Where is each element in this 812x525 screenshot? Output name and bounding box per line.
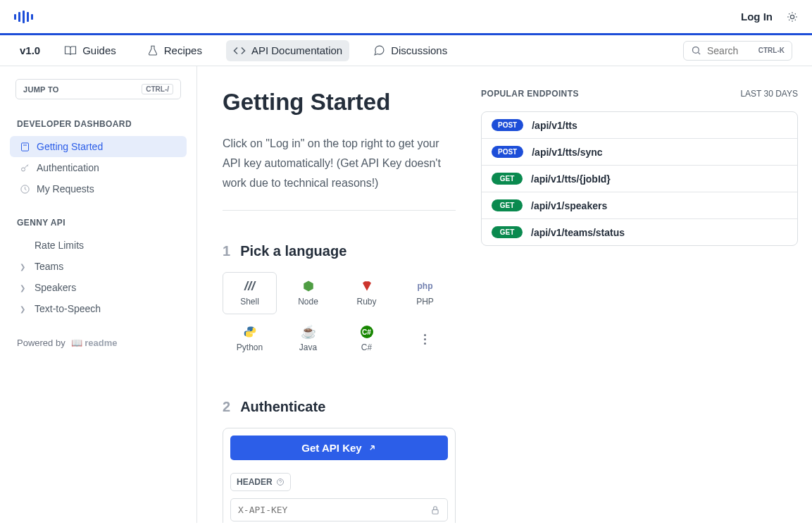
lang-java[interactable]: ☕ Java <box>281 319 335 359</box>
lang-node[interactable]: Node <box>281 273 335 314</box>
lang-php[interactable]: php PHP <box>398 273 452 314</box>
readme-logo: 📖 readme <box>71 338 118 348</box>
language-grid: /// Shell Node Ruby php PHP <box>223 272 456 359</box>
header-badge-label: HEADER <box>237 477 273 487</box>
header-right: Log In <box>741 11 798 23</box>
auth-box: Get API Key HEADER <box>223 428 456 523</box>
sidebar-item-authentication[interactable]: Authentication <box>10 157 187 178</box>
method-badge: GET <box>492 173 523 185</box>
lang-python[interactable]: Python <box>223 319 277 359</box>
chevron-right-icon: ❯ <box>20 263 27 271</box>
endpoint-item[interactable]: POST /api/v1/tts/sync <box>482 139 797 166</box>
header-badge: HEADER <box>230 473 291 491</box>
endpoint-path: /api/v1/teams/status <box>531 227 625 238</box>
chevron-right-icon: ❯ <box>20 305 27 313</box>
lang-label: C# <box>361 342 372 352</box>
code-icon <box>233 44 246 57</box>
version-label[interactable]: v1.0 <box>20 44 40 56</box>
nav-api-documentation[interactable]: API Documentation <box>226 40 349 61</box>
method-badge: GET <box>492 199 523 211</box>
logo[interactable] <box>14 11 33 23</box>
jump-to-button[interactable]: JUMP TO CTRL-/ <box>15 79 181 99</box>
php-icon: php <box>418 280 433 292</box>
endpoint-item[interactable]: GET /api/v1/teams/status <box>482 219 797 245</box>
step-number: 1 <box>223 243 230 259</box>
step-title: Authenticate <box>240 399 325 415</box>
lang-ruby[interactable]: Ruby <box>339 273 394 314</box>
lang-label: PHP <box>416 297 434 307</box>
python-icon <box>244 326 256 338</box>
nav-bar: v1.0 Guides Recipes API D <box>0 35 812 66</box>
nav-item-label: Recipes <box>164 44 202 56</box>
lang-label: Java <box>299 342 317 352</box>
svg-point-3 <box>22 167 25 171</box>
java-icon: ☕ <box>301 326 316 338</box>
sidebar-item-rate-limits[interactable]: Rate Limits <box>10 235 187 256</box>
page-description: Click on "Log in" on the top right to ge… <box>223 134 456 211</box>
endpoint-item[interactable]: GET /api/v1/speakers <box>482 192 797 219</box>
svg-point-1 <box>693 47 699 54</box>
sidebar-item-my-requests[interactable]: My Requests <box>10 178 187 199</box>
search-shortcut: CTRL-K <box>758 47 785 54</box>
sidebar-item-speakers[interactable]: ❯ Speakers <box>10 277 187 298</box>
page-title: Getting Started <box>223 89 456 116</box>
method-badge: POST <box>492 146 523 158</box>
sidebar-item-text-to-speech[interactable]: ❯ Text-to-Speech <box>10 298 187 319</box>
chat-icon <box>373 44 385 56</box>
sidebar-section-dashboard: DEVELOPER DASHBOARD Getting Started Auth… <box>7 119 189 199</box>
step-number: 2 <box>223 399 230 415</box>
nav-left: v1.0 Guides Recipes API D <box>20 40 454 61</box>
login-button[interactable]: Log In <box>741 11 773 23</box>
nav-item-label: API Documentation <box>251 44 342 56</box>
api-key-input-wrapper <box>230 498 448 521</box>
endpoint-item[interactable]: GET /api/v1/tts/{jobId} <box>482 166 797 192</box>
svg-rect-6 <box>432 509 438 514</box>
method-badge: GET <box>492 226 523 238</box>
clock-icon <box>20 184 30 194</box>
lang-csharp[interactable]: C# C# <box>339 319 394 359</box>
api-key-input[interactable] <box>238 505 430 515</box>
main-content: Getting Started Click on "Log in" on the… <box>197 66 481 523</box>
app-header: Log In <box>0 0 812 35</box>
endpoint-path: /api/v1/tts/{jobId} <box>531 173 611 185</box>
nav-recipes[interactable]: Recipes <box>140 40 209 61</box>
endpoint-list: POST /api/v1/tts POST /api/v1/tts/sync G… <box>481 111 798 246</box>
endpoint-item[interactable]: POST /api/v1/tts <box>482 112 797 139</box>
step-title: Pick a language <box>240 243 346 259</box>
button-label: Get API Key <box>301 442 361 454</box>
powered-by[interactable]: Powered by 📖 readme <box>17 338 180 348</box>
page-icon <box>20 142 30 152</box>
aside-subtitle: LAST 30 DAYS <box>740 89 798 99</box>
nav-discussions[interactable]: Discussions <box>366 40 454 61</box>
search-icon <box>691 45 701 56</box>
flask-icon <box>147 45 158 56</box>
nav-item-label: Discussions <box>391 44 447 56</box>
more-languages-button[interactable] <box>418 334 432 345</box>
search-box[interactable]: CTRL-K <box>683 41 792 61</box>
sidebar-item-label: Teams <box>35 261 63 272</box>
method-badge: POST <box>492 119 523 131</box>
lang-shell[interactable]: /// Shell <box>223 272 277 314</box>
jump-shortcut: CTRL-/ <box>142 84 173 94</box>
sidebar-section-title: GENNY API <box>17 218 180 228</box>
sidebar-section-genny-api: GENNY API Rate Limits ❯ Teams ❯ Speakers… <box>7 218 189 319</box>
get-api-key-button[interactable]: Get API Key <box>230 436 448 460</box>
nav-guides[interactable]: Guides <box>57 40 123 61</box>
sidebar-item-teams[interactable]: ❯ Teams <box>10 256 187 277</box>
external-link-icon <box>368 443 377 452</box>
key-icon <box>20 163 30 173</box>
node-icon <box>302 280 315 292</box>
search-input[interactable] <box>707 45 753 56</box>
endpoint-path: /api/v1/tts/sync <box>532 147 602 158</box>
sidebar-item-label: Getting Started <box>37 141 103 152</box>
sidebar-item-label: Authentication <box>37 162 99 173</box>
theme-toggle-icon[interactable] <box>787 11 798 23</box>
step-2-header: 2 Authenticate <box>223 399 456 415</box>
info-icon <box>276 478 285 486</box>
sidebar-item-getting-started[interactable]: Getting Started <box>10 136 187 157</box>
aside-header: POPULAR ENDPOINTS LAST 30 DAYS <box>481 89 798 99</box>
chevron-right-icon: ❯ <box>20 284 27 292</box>
endpoint-path: /api/v1/tts <box>532 120 577 131</box>
step-1-header: 1 Pick a language <box>223 243 456 259</box>
lang-label: Ruby <box>356 297 376 307</box>
